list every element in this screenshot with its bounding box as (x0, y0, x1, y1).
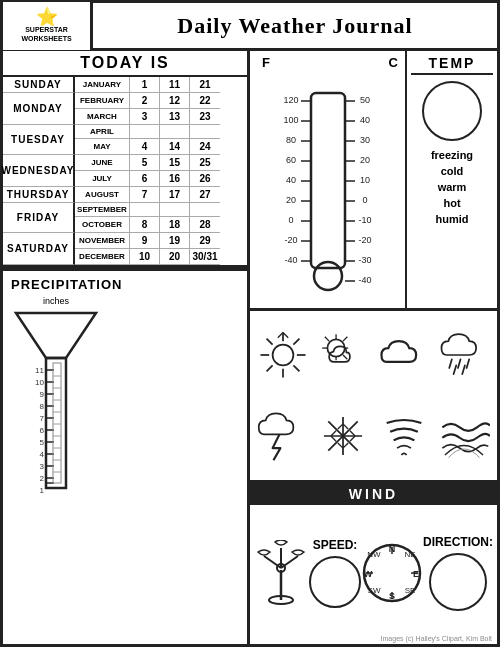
svg-line-79 (267, 338, 273, 344)
svg-line-97 (462, 365, 465, 374)
main-content: TODAY IS SUNDAY JANUARY 1 11 21 MONDAY F… (3, 51, 497, 644)
direction-circle (429, 553, 487, 611)
svg-text:SE: SE (405, 586, 416, 595)
partly-cloudy-icon (317, 329, 369, 381)
calendar-grid: SUNDAY JANUARY 1 11 21 MONDAY FEBRUARY 2… (3, 77, 247, 265)
temp-option-cold: cold (411, 165, 493, 177)
header: ⭐ SUPERSTAR WORKSHEETS Daily Weather Jou… (3, 3, 497, 51)
wind-section: WIND (250, 483, 497, 644)
friday-months-2: OCTOBER 8 18 28 (75, 217, 247, 233)
wind-direction-group: DIRECTION: (423, 535, 493, 611)
weather-icon-wind (435, 397, 493, 477)
tornado-icon (378, 410, 430, 462)
tuesday-months-1: APRIL (75, 125, 247, 139)
weather-icon-lightning (254, 397, 312, 477)
svg-line-90 (325, 337, 329, 341)
temp-circle (422, 81, 482, 141)
temp-title: TEMP (411, 55, 493, 75)
temp-option-warm: warm (411, 181, 493, 193)
svg-text:-40: -40 (284, 255, 297, 265)
cloud-icon (378, 329, 430, 381)
temp-option-humid: humid (411, 213, 493, 225)
precip-title: PRECIPITATION (11, 277, 239, 292)
svg-text:4: 4 (40, 450, 45, 459)
svg-line-93 (449, 359, 452, 368)
saturday-months-1: NOVEMBER 9 19 29 (75, 233, 247, 249)
temp-section: F C 120 100 80 60 40 20 0 (250, 51, 497, 311)
inches-label: inches (11, 296, 101, 306)
left-column: TODAY IS SUNDAY JANUARY 1 11 21 MONDAY F… (3, 51, 250, 644)
weather-icon-snow (314, 397, 372, 477)
svg-text:20: 20 (359, 155, 369, 165)
lightning-icon (257, 410, 309, 462)
svg-text:40: 40 (359, 115, 369, 125)
day-sunday: SUNDAY (3, 77, 75, 93)
svg-text:0: 0 (288, 215, 293, 225)
svg-text:NE: NE (404, 550, 415, 559)
page: ⭐ SUPERSTAR WORKSHEETS Daily Weather Jou… (0, 0, 500, 647)
svg-text:10: 10 (35, 378, 44, 387)
thermometer-wrapper: 120 100 80 60 40 20 0 -20 -40 50 40 (273, 72, 383, 304)
wind-title: WIND (250, 483, 497, 505)
friday-months-1: SEPTEMBER (75, 203, 247, 217)
star-icon: ⭐ (36, 8, 58, 26)
svg-text:80: 80 (285, 135, 295, 145)
svg-text:40: 40 (285, 175, 295, 185)
weather-icon-partly-cloudy (314, 315, 372, 395)
day-tuesday: TUESDAY (3, 125, 75, 155)
svg-text:11: 11 (35, 366, 44, 375)
svg-text:-40: -40 (358, 275, 371, 285)
svg-point-74 (273, 344, 294, 365)
svg-text:100: 100 (283, 115, 298, 125)
precipitation-section: PRECIPITATION inches 11 (3, 268, 247, 644)
day-wednesday: WEDNESDAY (3, 155, 75, 187)
svg-line-80 (294, 365, 300, 371)
weather-icon-cloudy (375, 315, 433, 395)
logo-box: ⭐ SUPERSTAR WORKSHEETS (3, 2, 93, 50)
wind-content: SPEED: N S W E NE NW SE (250, 505, 497, 640)
svg-line-95 (466, 359, 469, 368)
svg-marker-0 (16, 313, 96, 358)
thursday-months-1: AUGUST 7 17 27 (75, 187, 247, 203)
speed-label: SPEED: (313, 538, 358, 552)
svg-text:-20: -20 (284, 235, 297, 245)
weather-icon-sun (254, 315, 312, 395)
temp-option-hot: hot (411, 197, 493, 209)
svg-text:7: 7 (40, 414, 45, 423)
svg-rect-1 (46, 358, 66, 488)
rain-gauge-svg: 11 10 9 8 7 (11, 308, 101, 498)
therm-labels: F C (252, 55, 403, 70)
compass-group: N S W E NE NW SE SW (361, 542, 423, 604)
saturday-months-2: DECEMBER 10 20 30/31 (75, 249, 247, 265)
footer-credit: Images (c) Halley's Clipart, Kim Bolt (381, 635, 492, 642)
temp-desc-area: TEMP freezing cold warm hot humid (407, 51, 497, 308)
temp-options: freezing cold warm hot humid (411, 149, 493, 225)
svg-text:E: E (413, 569, 419, 579)
f-label: F (262, 55, 270, 70)
svg-line-91 (343, 355, 347, 359)
svg-text:3: 3 (40, 462, 45, 471)
svg-line-82 (267, 365, 273, 371)
svg-text:-10: -10 (358, 215, 371, 225)
weather-icons-section (250, 311, 497, 483)
svg-text:2: 2 (40, 474, 45, 483)
svg-text:8: 8 (40, 402, 45, 411)
compass-svg: N S W E NE NW SE SW (361, 542, 423, 604)
snowflake-icon (317, 410, 369, 462)
monday-months-1: FEBRUARY 2 12 22 (75, 93, 247, 109)
wind-speed-group: SPEED: (309, 538, 361, 608)
sunday-months: JANUARY 1 11 21 (75, 77, 247, 93)
temp-option-freezing: freezing (411, 149, 493, 161)
weather-icon-tornado (375, 397, 433, 477)
svg-line-113 (264, 556, 281, 568)
day-thursday: THURSDAY (3, 187, 75, 203)
day-monday: MONDAY (3, 93, 75, 125)
day-saturday: SATURDAY (3, 233, 75, 265)
svg-text:120: 120 (283, 95, 298, 105)
svg-text:W: W (364, 569, 373, 579)
right-column: F C 120 100 80 60 40 20 0 (250, 51, 497, 644)
rain-icon (438, 329, 490, 381)
svg-line-92 (343, 337, 347, 341)
svg-text:30: 30 (359, 135, 369, 145)
svg-text:1: 1 (40, 486, 45, 495)
